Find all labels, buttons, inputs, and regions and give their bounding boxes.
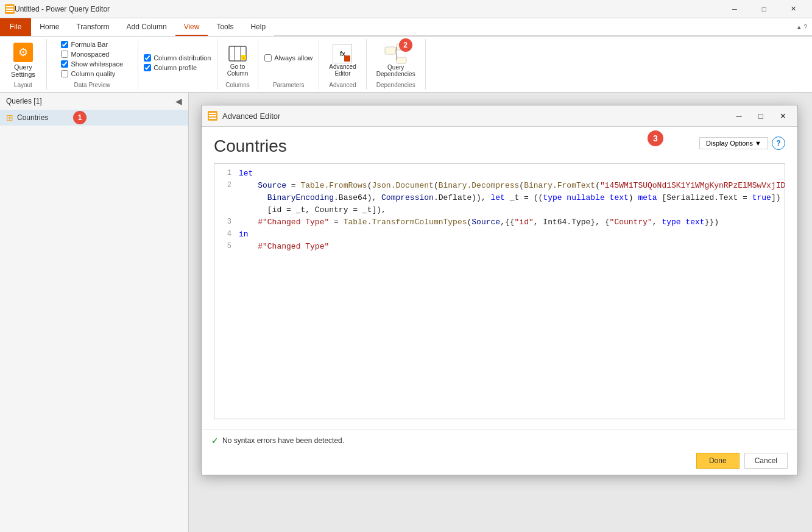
ribbon-group-dependencies: 2 QueryDependencies Dependencies xyxy=(367,39,426,90)
data-preview-group-label: Data Preview xyxy=(74,80,110,88)
advanced-group-label: Advanced xyxy=(329,80,356,88)
column-quality-label: Column quality xyxy=(71,70,115,77)
queries-header-label: Queries [1] xyxy=(6,97,42,105)
formula-bar-checkbox-row: Formula Bar xyxy=(61,40,108,49)
advanced-editor-btn[interactable]: fx AdvancedEditor xyxy=(324,41,361,79)
queries-header: Queries [1] ◀ xyxy=(0,93,188,110)
code-line-4: 4 in xyxy=(214,230,785,242)
code-line-2b: BinaryEncoding.Base64), Compression.Defl… xyxy=(214,193,785,205)
tab-home[interactable]: Home xyxy=(31,18,68,36)
query-dependencies-btn[interactable]: 2 QueryDependencies xyxy=(372,41,420,80)
dialog-close-btn[interactable]: ✕ xyxy=(774,109,791,122)
ribbon-group-parameters: Always allow Parameters xyxy=(258,39,319,90)
ribbon: File Home Transform Add Column View Tool… xyxy=(0,18,812,93)
query-dependencies-icon: 2 xyxy=(384,43,408,64)
code-line-3: 3 #"Changed Type" = Table.TransformColum… xyxy=(214,218,785,230)
dialog-query-title: Countries xyxy=(214,137,287,156)
close-window-btn[interactable]: ✕ xyxy=(779,0,807,18)
dialog-icon xyxy=(208,111,217,121)
tab-help[interactable]: Help xyxy=(242,18,274,36)
status-row: ✓ No syntax errors have been detected. xyxy=(211,436,788,445)
column-profile-checkbox[interactable] xyxy=(144,64,151,71)
svg-rect-16 xyxy=(209,115,216,116)
status-text: No syntax errors have been detected. xyxy=(222,436,344,445)
code-editor[interactable]: 1 let 2 Source = Table.FromRows(Json.Doc… xyxy=(214,163,785,419)
tab-tools[interactable]: Tools xyxy=(208,18,242,36)
tab-transform[interactable]: Transform xyxy=(68,18,118,36)
column-profile-label: Column profile xyxy=(154,64,197,71)
cancel-btn[interactable]: Cancel xyxy=(744,453,788,469)
code-line-2: 2 Source = Table.FromRows(Json.Document(… xyxy=(214,181,785,193)
dialog-minimize-btn[interactable]: ─ xyxy=(730,109,747,122)
done-btn[interactable]: Done xyxy=(696,453,740,469)
dialog-footer: ✓ No syntax errors have been detected. D… xyxy=(202,429,797,475)
dialog-titlebar: Advanced Editor ─ □ ✕ xyxy=(202,105,797,127)
ribbon-tabs: File Home Transform Add Column View Tool… xyxy=(0,18,812,37)
display-options-btn[interactable]: Display Options ▼ xyxy=(699,137,768,149)
minimize-btn[interactable]: ─ xyxy=(721,0,749,18)
svg-rect-15 xyxy=(209,113,216,114)
code-line-2c: [id = _t, Country = _t]), xyxy=(214,205,785,218)
tab-view[interactable]: View xyxy=(175,18,208,36)
go-to-column-icon: ↓ xyxy=(228,44,247,63)
show-whitespace-checkbox[interactable] xyxy=(61,60,68,68)
content-area: Advanced Editor ─ □ ✕ Countries 3 Displa… xyxy=(189,93,812,532)
query-settings-icon: ⚙ xyxy=(13,43,33,62)
column-quality-checkbox[interactable] xyxy=(61,70,68,77)
check-icon: ✓ xyxy=(211,436,219,445)
always-allow-label: Always allow xyxy=(274,54,312,62)
ribbon-body: ⚙ QuerySettings Layout Formula Bar Monos… xyxy=(0,37,812,92)
advanced-editor-icon: fx xyxy=(333,44,352,63)
dialog-maximize-btn[interactable]: □ xyxy=(752,109,769,122)
go-to-column-label: Go toColumn xyxy=(227,63,248,77)
formula-bar-label: Formula Bar xyxy=(71,41,108,48)
monospaced-checkbox-row: Monospaced xyxy=(61,50,109,59)
monospaced-label: Monospaced xyxy=(71,51,109,58)
sidebar-collapse-btn[interactable]: ◀ xyxy=(175,96,182,106)
countries-item-label: Countries xyxy=(17,113,48,122)
ribbon-group-col-checks: Column distribution Column profile x xyxy=(138,39,217,90)
ribbon-group-columns: ↓ Go toColumn Columns xyxy=(217,39,258,90)
layout-group-label: Layout xyxy=(14,80,32,88)
column-profile-checkbox-row: Column profile xyxy=(144,63,197,72)
svg-rect-17 xyxy=(209,118,216,119)
tab-add-column[interactable]: Add Column xyxy=(118,18,175,36)
formula-bar-checkbox[interactable] xyxy=(61,41,68,48)
window-title: Untitled - Power Query Editor xyxy=(15,5,721,13)
parameters-group-label: Parameters xyxy=(273,80,305,88)
app-icon xyxy=(5,4,15,14)
query-settings-label: QuerySettings xyxy=(11,63,35,78)
dialog-options-row: Display Options ▼ ? xyxy=(699,137,785,150)
advanced-editor-dialog: Advanced Editor ─ □ ✕ Countries 3 Displa… xyxy=(201,105,798,475)
annotation-3: 3 xyxy=(648,130,663,146)
monospaced-checkbox[interactable] xyxy=(61,51,68,58)
table-icon: ⊞ xyxy=(6,113,13,122)
query-settings-btn[interactable]: ⚙ QuerySettings xyxy=(5,40,41,80)
svg-rect-1 xyxy=(6,6,13,7)
dialog-body: Countries 3 Display Options ▼ ? 1 xyxy=(202,127,797,429)
show-whitespace-label: Show whitespace xyxy=(71,60,123,68)
dependencies-group-label: Dependencies xyxy=(376,80,415,88)
column-distribution-checkbox[interactable] xyxy=(144,54,151,62)
dialog-title: Advanced Editor xyxy=(222,112,726,121)
annotation-2: 2 xyxy=(399,38,412,52)
code-line-1: 1 let xyxy=(214,169,785,181)
annotation-1: 1 xyxy=(73,111,86,124)
query-dependencies-label: QueryDependencies xyxy=(376,64,415,77)
column-distribution-label: Column distribution xyxy=(154,54,211,62)
dialog-actions: Done Cancel xyxy=(211,453,788,469)
maximize-btn[interactable]: □ xyxy=(750,0,778,18)
show-whitespace-checkbox-row: Show whitespace xyxy=(61,60,123,68)
svg-text:↓: ↓ xyxy=(242,55,245,60)
svg-line-13 xyxy=(396,51,397,60)
dialog-help-btn[interactable]: ? xyxy=(772,137,785,150)
ribbon-group-data-preview: Formula Bar Monospaced Show whitespace C… xyxy=(47,39,138,90)
svg-rect-2 xyxy=(6,9,13,10)
always-allow-checkbox-row: Always allow xyxy=(264,54,312,62)
columns-group-label: Columns xyxy=(225,80,249,88)
tab-file[interactable]: File xyxy=(0,18,31,36)
always-allow-checkbox[interactable] xyxy=(264,54,272,62)
go-to-column-btn[interactable]: ↓ Go toColumn xyxy=(222,41,253,79)
sidebar-item-countries[interactable]: ⊞ Countries 1 xyxy=(0,110,188,126)
ribbon-collapse-btn[interactable]: ▲ ? xyxy=(796,24,807,30)
